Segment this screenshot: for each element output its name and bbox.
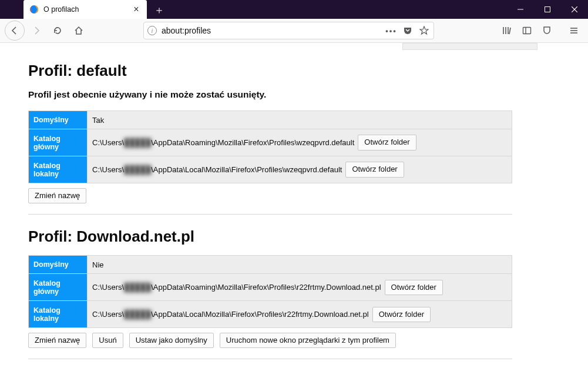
profile-in-use-text: Profil jest obecnie używany i nie może z… [28,89,512,100]
open-folder-button[interactable]: Otwórz folder [345,162,404,177]
separator [28,214,512,215]
row-label-rootdir: Katalog główny [29,274,88,301]
minimize-button[interactable] [507,0,534,19]
viewport[interactable]: Profil: default Profil jest obecnie używ… [0,43,588,378]
tab-strip: O profilach × ＋ [23,0,168,19]
maximize-button[interactable] [534,0,561,19]
open-folder-button[interactable]: Otwórz folder [358,135,416,150]
row-label-default: Domyślny [29,256,88,274]
toolbar-right-icons [498,21,583,40]
menu-button[interactable] [565,21,583,40]
row-value-default: Tak [88,111,512,129]
separator [28,359,512,359]
close-icon[interactable]: × [132,5,141,14]
bookmark-star-icon[interactable] [418,25,430,36]
set-default-button[interactable]: Ustaw jako domyślny [129,333,214,348]
profile-table: Domyślny Tak Katalog główny C:\Users\███… [28,111,512,183]
sidebar-icon[interactable] [518,21,536,40]
launch-profile-button[interactable]: Uruchom nowe okno przeglądarki z tym pro… [220,333,396,348]
partial-box [402,43,537,50]
tab-active[interactable]: O profilach × [23,0,147,19]
open-folder-button[interactable]: Otwórz folder [372,307,431,322]
row-value-default: Nie [88,256,512,274]
toolbar: i about:profiles ••• [0,19,588,43]
rename-button[interactable]: Zmień nazwę [28,333,86,348]
row-label-localdir: Katalog lokalny [29,301,88,328]
row-label-localdir: Katalog lokalny [29,156,88,183]
table-row: Katalog lokalny C:\Users\█████\AppData\L… [29,156,512,183]
row-value-localdir: C:\Users\█████\AppData\Local\Mozilla\Fir… [88,156,512,183]
open-folder-button[interactable]: Otwórz folder [385,280,443,295]
url-text: about:profiles [162,26,381,35]
table-row: Domyślny Tak [29,111,512,129]
row-label-rootdir: Katalog główny [29,129,88,156]
rename-button[interactable]: Zmień nazwę [28,188,86,203]
close-window-button[interactable] [561,0,588,19]
table-row: Katalog lokalny C:\Users\█████\AppData\L… [29,301,512,328]
row-value-localdir: C:\Users\█████\AppData\Local\Mozilla\Fir… [88,301,512,328]
profile-table: Domyślny Nie Katalog główny C:\Users\███… [28,255,512,328]
library-icon[interactable] [498,21,516,40]
path-text: C:\Users\█████\AppData\Local\Mozilla\Fir… [92,310,369,319]
window-controls [507,0,588,19]
path-text: C:\Users\█████\AppData\Roaming\Mozilla\F… [92,138,354,147]
svg-rect-5 [523,28,531,34]
back-button[interactable] [5,21,25,41]
info-icon[interactable]: i [147,26,157,35]
path-text: C:\Users\█████\AppData\Local\Mozilla\Fir… [92,165,342,174]
profile-buttons: Zmień nazwę [28,188,512,203]
table-row: Domyślny Nie [29,256,512,274]
url-bar[interactable]: i about:profiles ••• [143,22,434,39]
firefox-icon [29,5,39,14]
delete-button[interactable]: Usuń [92,333,123,348]
tab-title: O profilach [43,5,127,14]
row-value-rootdir: C:\Users\█████\AppData\Roaming\Mozilla\F… [88,129,512,156]
reload-button[interactable] [48,21,67,40]
table-row: Katalog główny C:\Users\█████\AppData\Ro… [29,274,512,301]
titlebar: O profilach × ＋ [0,0,588,19]
new-tab-button[interactable]: ＋ [150,1,168,19]
page-content: Profil: default Profil jest obecnie używ… [0,43,540,378]
row-value-rootdir: C:\Users\█████\AppData\Roaming\Mozilla\F… [88,274,512,301]
pocket-icon[interactable] [402,25,414,36]
profile-title: Profil: default [28,62,512,80]
home-button[interactable] [69,21,88,40]
svg-rect-2 [545,7,550,12]
profile-title: Profil: Download.net.pl [28,228,512,246]
path-text: C:\Users\█████\AppData\Roaming\Mozilla\F… [92,283,381,292]
profile-buttons: Zmień nazwę Usuń Ustaw jako domyślny Uru… [28,333,512,348]
row-label-default: Domyślny [29,111,88,129]
ublock-icon[interactable] [537,21,556,40]
page-actions-icon[interactable]: ••• [385,25,397,36]
table-row: Katalog główny C:\Users\█████\AppData\Ro… [29,129,512,156]
forward-button [27,21,46,40]
